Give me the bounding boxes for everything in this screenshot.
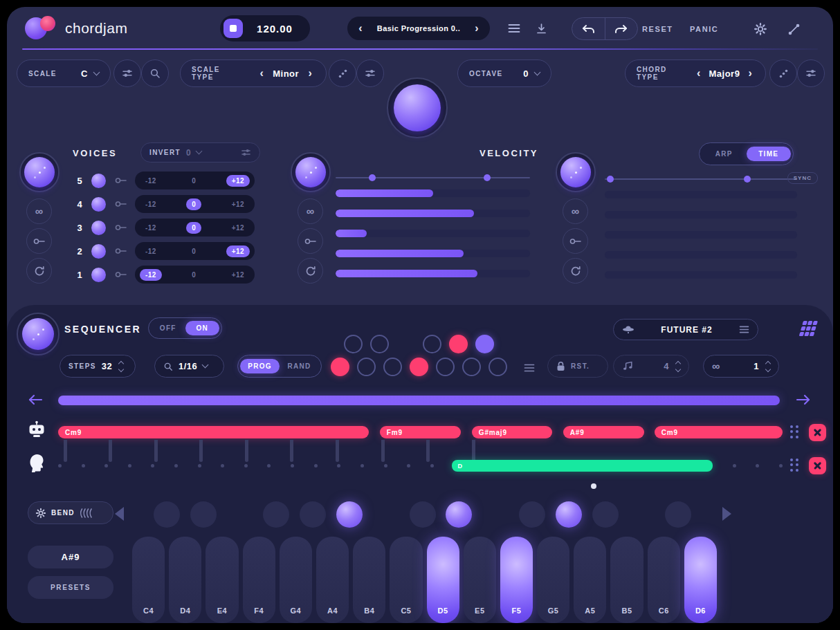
bar-track[interactable] — [336, 210, 530, 217]
voice-transpose-slider[interactable]: -120+12 — [135, 242, 255, 260]
voice-toggle[interactable] — [91, 268, 106, 282]
keyboard-scroll-right[interactable] — [722, 507, 731, 521]
scale-sliders-icon[interactable] — [113, 59, 141, 87]
transpose-max[interactable]: +12 — [226, 269, 250, 281]
steps-menu-icon[interactable] — [522, 362, 536, 373]
transpose-mid[interactable]: 0 — [186, 175, 201, 187]
slider-handle[interactable] — [484, 174, 491, 181]
key-A4[interactable]: A4 — [316, 537, 349, 623]
undo-button[interactable] — [572, 18, 605, 39]
stepper-arrows-icon[interactable] — [119, 362, 123, 371]
step-empty[interactable] — [370, 335, 389, 353]
transpose-min[interactable]: -12 — [140, 222, 162, 234]
voices-latch-icon[interactable] — [26, 228, 52, 254]
bpm-value[interactable]: 120.00 — [243, 23, 307, 35]
transpose-min[interactable]: -12 — [140, 198, 162, 210]
seq-preset-menu-icon[interactable] — [739, 326, 749, 333]
bar-track[interactable] — [336, 270, 530, 277]
key-D5[interactable]: D5 — [427, 537, 459, 623]
invert-control[interactable]: INVERT 0 — [140, 142, 260, 163]
transpose-max[interactable]: +12 — [226, 245, 250, 257]
reset-button[interactable]: RESET — [642, 25, 673, 33]
chord-type-next-icon[interactable]: › — [746, 67, 754, 80]
power-off-option[interactable]: OFF — [151, 321, 185, 335]
key-G4[interactable]: G4 — [280, 537, 312, 623]
pad-C#6[interactable] — [665, 501, 691, 528]
transpose-max[interactable]: +12 — [226, 175, 250, 187]
download-icon[interactable] — [534, 21, 549, 36]
keyboard-scroll-left[interactable] — [115, 507, 124, 521]
bpm-control[interactable]: 120.00 — [220, 15, 310, 41]
transpose-max[interactable]: +12 — [226, 222, 250, 234]
key-C4[interactable]: C4 — [132, 537, 165, 623]
key-D6[interactable]: D6 — [684, 537, 717, 623]
bend-gear-icon[interactable] — [35, 508, 46, 519]
chord-type-sliders-icon[interactable] — [797, 59, 825, 87]
chord-block[interactable]: A#9 — [563, 426, 644, 438]
transpose-min[interactable]: -12 — [140, 175, 162, 187]
pad-A#5[interactable] — [592, 501, 619, 528]
step-empty[interactable] — [489, 358, 507, 376]
voice-transpose-slider[interactable]: -120+12 — [135, 266, 255, 284]
scale-type-prev-icon[interactable]: ‹ — [257, 67, 266, 80]
mode-prog-option[interactable]: PROG — [240, 359, 280, 373]
steps-count-control[interactable]: STEPS 32 — [60, 355, 136, 378]
velocity-infinity-icon[interactable]: ∞ — [298, 198, 323, 224]
slider-handle[interactable] — [369, 174, 376, 181]
note-bar[interactable]: D — [452, 460, 713, 472]
time-xy-knob[interactable] — [556, 152, 596, 192]
tab-time[interactable]: TIME — [747, 147, 792, 161]
step-pink[interactable] — [410, 358, 428, 376]
head-icon[interactable] — [28, 454, 45, 475]
transpose-min[interactable]: -12 — [140, 245, 162, 257]
bar-track[interactable] — [605, 231, 797, 239]
chord-block[interactable]: Cm9 — [655, 426, 783, 438]
pad-C#4[interactable] — [154, 501, 180, 528]
time-infinity-icon[interactable]: ∞ — [563, 198, 588, 224]
stepper-arrows-icon[interactable] — [766, 362, 770, 371]
step-empty[interactable] — [383, 358, 402, 376]
tab-arp[interactable]: ARP — [702, 147, 747, 161]
key-E4[interactable]: E4 — [206, 537, 238, 623]
time-latch-icon[interactable] — [563, 228, 588, 254]
voice-toggle[interactable] — [91, 221, 106, 235]
bar-track[interactable] — [336, 250, 530, 257]
transpose-mid[interactable]: 0 — [186, 198, 201, 210]
transpose-max[interactable]: +12 — [226, 198, 250, 210]
step-empty[interactable] — [436, 358, 455, 376]
sequencer-xy-knob[interactable] — [17, 313, 60, 355]
bars-control[interactable]: 4 — [613, 355, 689, 378]
pad-G#4[interactable] — [300, 501, 326, 528]
key-B5[interactable]: B5 — [610, 537, 643, 623]
scale-type-random-icon[interactable] — [329, 59, 356, 87]
transpose-mid[interactable]: 0 — [186, 222, 201, 234]
preset-name[interactable]: Basic Progression 0.. — [369, 24, 468, 33]
slider-handle[interactable] — [744, 176, 751, 183]
timeline-right-arrow[interactable] — [794, 393, 812, 409]
stepper-arrows-icon[interactable] — [676, 362, 680, 371]
chord-lane-delete-button[interactable] — [809, 424, 826, 441]
transpose-mid[interactable]: 0 — [186, 269, 201, 281]
panic-button[interactable]: PANIC — [690, 25, 718, 33]
redo-button[interactable] — [605, 18, 638, 39]
key-C5[interactable]: C5 — [390, 537, 422, 623]
scale-type-sliders-icon[interactable] — [356, 59, 384, 87]
presets-button[interactable]: PRESETS — [28, 576, 113, 599]
scale-type-selector[interactable]: SCALE TYPE ‹ Minor › — [180, 59, 327, 87]
voices-xy-knob[interactable] — [19, 152, 60, 192]
morph-patch-icon[interactable] — [786, 21, 802, 37]
chord-block[interactable]: Fm9 — [380, 426, 461, 438]
step-pink[interactable] — [331, 358, 349, 376]
pad-C#5[interactable] — [410, 501, 436, 528]
prev-preset-button[interactable]: ‹ — [351, 22, 369, 35]
velocity-xy-knob[interactable] — [291, 152, 331, 192]
quantize-control[interactable]: 1/16 — [154, 355, 224, 378]
bar-track[interactable] — [605, 191, 797, 198]
transpose-min[interactable]: -12 — [140, 269, 162, 281]
seq-preset-selector[interactable]: FUTURE #2 — [613, 319, 758, 340]
bar-track[interactable] — [336, 189, 530, 197]
voice-toggle[interactable] — [91, 197, 106, 212]
current-chord-button[interactable]: A#9 — [28, 546, 113, 568]
pattern-grid-icon[interactable] — [797, 319, 822, 343]
bar-track[interactable] — [605, 251, 797, 259]
